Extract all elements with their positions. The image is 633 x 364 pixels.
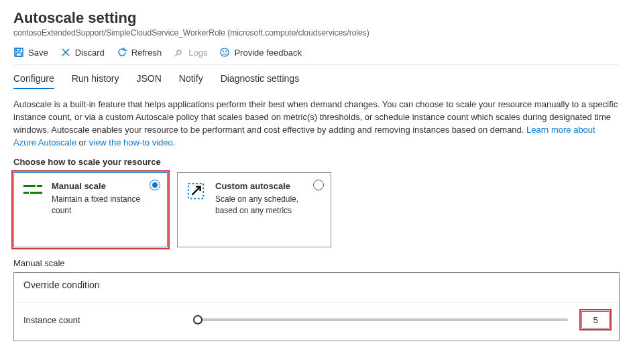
refresh-icon: [117, 47, 127, 58]
scale-cards: Manual scale Maintain a fixed instance c…: [13, 172, 620, 247]
instance-count-slider[interactable]: [198, 318, 568, 321]
toolbar: Save Discard Refresh Logs Provide feedba…: [13, 47, 620, 65]
logs-icon: [174, 47, 184, 58]
instance-count-label: Instance count: [23, 315, 184, 325]
tab-diagnostic[interactable]: Diagnostic settings: [221, 73, 300, 89]
instance-count-input[interactable]: 5: [581, 311, 610, 328]
svg-point-7: [223, 51, 224, 52]
description-mid: or: [79, 137, 89, 147]
svg-rect-11: [23, 192, 29, 194]
custom-autoscale-icon: [187, 181, 207, 239]
description-end: .: [173, 137, 176, 147]
manual-scale-icon: [23, 181, 44, 239]
radio-unselected-icon: [313, 180, 324, 190]
close-icon: [60, 47, 71, 58]
tabs: Configure Run history JSON Notify Diagno…: [13, 73, 620, 89]
svg-point-5: [177, 50, 181, 54]
manual-scale-header: Manual scale: [13, 258, 620, 268]
page-title: Autoscale setting: [13, 9, 620, 27]
discard-label: Discard: [75, 48, 105, 58]
svg-rect-9: [23, 185, 36, 187]
refresh-button[interactable]: Refresh: [117, 47, 162, 58]
feedback-label: Provide feedback: [234, 48, 301, 58]
save-label: Save: [28, 48, 48, 58]
manual-scale-sub: Maintain a fixed instance count: [52, 194, 158, 215]
slider-thumb-icon[interactable]: [193, 315, 203, 324]
instance-count-row: Instance count 5: [14, 302, 619, 341]
svg-point-6: [221, 48, 229, 56]
tab-json[interactable]: JSON: [137, 73, 162, 89]
save-icon: [13, 47, 24, 58]
discard-button[interactable]: Discard: [60, 47, 105, 58]
manual-scale-title: Manual scale: [52, 181, 158, 191]
logs-button: Logs: [174, 47, 207, 58]
custom-autoscale-title: Custom autoscale: [215, 181, 321, 191]
custom-autoscale-card[interactable]: Custom autoscale Scale on any schedule, …: [177, 172, 331, 247]
refresh-label: Refresh: [131, 48, 162, 58]
custom-autoscale-sub: Scale on any schedule, based on any metr…: [215, 194, 321, 215]
breadcrumb: contosoExtendedSupport/SimpleCloudServic…: [13, 28, 620, 38]
svg-rect-2: [16, 53, 21, 56]
tab-notify[interactable]: Notify: [179, 73, 203, 89]
tab-run-history[interactable]: Run history: [72, 73, 119, 89]
description: Autoscale is a built-in feature that hel…: [13, 99, 620, 149]
tab-configure[interactable]: Configure: [13, 73, 54, 89]
manual-scale-card[interactable]: Manual scale Maintain a fixed instance c…: [13, 172, 168, 247]
svg-rect-1: [16, 48, 20, 51]
svg-point-8: [226, 51, 227, 52]
svg-rect-12: [30, 192, 42, 194]
scale-section-label: Choose how to scale your resource: [13, 157, 620, 167]
radio-selected-icon: [150, 180, 160, 190]
logs-label: Logs: [188, 48, 207, 58]
feedback-button[interactable]: Provide feedback: [219, 47, 301, 58]
howto-video-link[interactable]: view the how-to video: [89, 137, 173, 147]
save-button[interactable]: Save: [13, 47, 48, 58]
smiley-icon: [219, 47, 230, 58]
override-condition-label: Override condition: [14, 273, 619, 302]
override-condition-box: Override condition Instance count 5: [13, 272, 620, 341]
svg-rect-10: [37, 185, 42, 187]
